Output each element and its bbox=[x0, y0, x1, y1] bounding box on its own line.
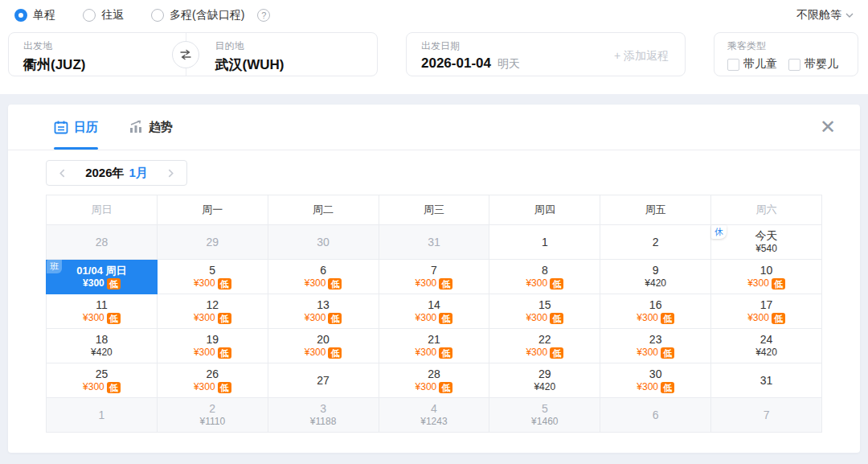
calendar-cell[interactable]: 3¥1188 bbox=[268, 398, 379, 433]
with-infants-checkbox[interactable]: 带婴儿 bbox=[788, 57, 838, 72]
calendar-cell[interactable]: 27 bbox=[268, 363, 379, 398]
cell-day-label: 19 bbox=[158, 333, 268, 347]
cell-day-label: 6 bbox=[268, 264, 379, 277]
calendar-cell[interactable]: 19¥300低 bbox=[157, 329, 268, 363]
cell-day-label: 3 bbox=[268, 402, 379, 416]
flight-day-badge: 班 bbox=[47, 260, 62, 273]
cell-day-label: 28 bbox=[379, 368, 489, 381]
calendar-cell[interactable]: 28 bbox=[47, 225, 158, 260]
tab-trend[interactable]: 趋势 bbox=[129, 105, 173, 150]
weekday-header: 周三 bbox=[379, 195, 489, 225]
cell-price: ¥300低 bbox=[379, 277, 489, 289]
weekday-header: 周二 bbox=[268, 195, 379, 225]
calendar-cell[interactable]: 6¥300低 bbox=[268, 260, 379, 294]
with-children-checkbox[interactable]: 带儿童 bbox=[727, 57, 777, 72]
calendar-cell[interactable]: 24¥420 bbox=[711, 329, 822, 363]
calendar-cell[interactable]: 23¥300低 bbox=[600, 329, 711, 363]
calendar-cell[interactable]: 20¥300低 bbox=[268, 329, 379, 363]
cabin-class-label: 不限舱等 bbox=[796, 8, 841, 23]
low-price-badge: 低 bbox=[550, 278, 563, 289]
calendar-cell-selected[interactable]: 班01/04 周日¥300低 bbox=[47, 260, 158, 294]
calendar-cell[interactable]: 30 bbox=[268, 225, 379, 260]
calendar-cell[interactable]: 16¥300低 bbox=[600, 294, 711, 329]
prev-month-icon[interactable] bbox=[58, 169, 67, 178]
close-icon[interactable]: ✕ bbox=[815, 116, 841, 138]
calendar-cell[interactable]: 7¥300低 bbox=[379, 260, 489, 294]
trip-type-multicity[interactable]: 多程(含缺口程) bbox=[151, 8, 244, 23]
month-label: 2026年1月 bbox=[85, 166, 148, 181]
calendar-cell[interactable]: 11¥300低 bbox=[47, 294, 158, 329]
calendar-cell[interactable]: 4¥1243 bbox=[379, 398, 489, 433]
calendar-cell[interactable]: 7 bbox=[711, 398, 822, 433]
weekday-header: 周四 bbox=[489, 195, 600, 225]
calendar-cell[interactable]: 6 bbox=[600, 398, 711, 433]
calendar-cell[interactable]: 12¥300低 bbox=[157, 294, 268, 329]
low-price-badge: 低 bbox=[218, 313, 231, 324]
calendar-cell[interactable]: 26¥300低 bbox=[157, 363, 268, 398]
calendar-week-row: 班01/04 周日¥300低5¥300低6¥300低7¥300低8¥300低9¥… bbox=[47, 260, 822, 294]
cabin-class-dropdown[interactable]: 不限舱等 bbox=[796, 8, 860, 23]
cell-price: ¥300低 bbox=[600, 347, 710, 359]
calendar-cell[interactable]: 22¥300低 bbox=[489, 329, 600, 363]
calendar-panel: 日历 趋势 ✕ 2026年1月 周日周一周二周三周四周五周六 282930311… bbox=[8, 105, 860, 453]
cell-day-label: 22 bbox=[489, 333, 600, 347]
next-month-icon[interactable] bbox=[166, 169, 175, 178]
low-price-badge: 低 bbox=[107, 278, 121, 289]
cell-day-label: 10 bbox=[711, 264, 821, 277]
tab-calendar[interactable]: 日历 bbox=[54, 105, 98, 150]
calendar-cell[interactable]: 21¥300低 bbox=[379, 329, 489, 363]
calendar-cell[interactable]: 25¥300低 bbox=[47, 363, 158, 398]
calendar-cell[interactable]: 31 bbox=[379, 225, 489, 260]
cell-day-label: 24 bbox=[711, 333, 821, 347]
calendar-cell[interactable]: 2 bbox=[600, 225, 711, 260]
calendar-cell[interactable]: 5¥1460 bbox=[489, 398, 600, 433]
calendar-cell[interactable]: 31 bbox=[711, 363, 822, 398]
calendar-cell[interactable]: 29¥420 bbox=[489, 363, 600, 398]
calendar-cell[interactable]: 5¥300低 bbox=[157, 260, 268, 294]
cell-day-label: 18 bbox=[47, 333, 157, 347]
calendar-cell[interactable]: 28¥300低 bbox=[379, 363, 489, 398]
calendar-cell[interactable]: 9¥420 bbox=[600, 260, 711, 294]
departure-field[interactable]: 出发地 衢州(JUZ) bbox=[9, 33, 186, 76]
cell-day-label: 12 bbox=[158, 298, 268, 312]
low-price-badge: 低 bbox=[550, 347, 563, 359]
calendar-cell[interactable]: 29 bbox=[157, 225, 268, 260]
date-card: 出发日期 2026-01-04明天 + 添加返程 bbox=[406, 32, 686, 76]
radio-icon bbox=[151, 9, 164, 22]
cell-day-label: 29 bbox=[158, 236, 268, 249]
calendar-cell[interactable]: 30¥300低 bbox=[600, 363, 711, 398]
calendar-cell[interactable]: 1 bbox=[47, 398, 158, 433]
help-icon[interactable]: ? bbox=[257, 9, 270, 22]
calendar-cell[interactable]: 13¥300低 bbox=[268, 294, 379, 329]
calendar-cell[interactable]: 17¥300低 bbox=[711, 294, 822, 329]
cell-day-label: 31 bbox=[711, 374, 821, 388]
cell-day-label: 21 bbox=[379, 333, 489, 347]
cell-price: ¥300低 bbox=[268, 277, 379, 289]
cell-price: ¥300低 bbox=[379, 312, 489, 324]
trip-type-roundtrip[interactable]: 往返 bbox=[83, 8, 124, 23]
calendar-cell[interactable]: 8¥300低 bbox=[489, 260, 600, 294]
swap-cities-button[interactable] bbox=[172, 41, 199, 68]
calendar-cell[interactable]: 18¥420 bbox=[47, 329, 158, 363]
weekday-header-row: 周日周一周二周三周四周五周六 bbox=[47, 195, 822, 225]
calendar-cell[interactable]: 1 bbox=[489, 225, 600, 260]
calendar-cell[interactable]: 10¥300低 bbox=[711, 260, 822, 294]
low-price-badge: 低 bbox=[772, 313, 785, 324]
calendar-cell[interactable]: 14¥300低 bbox=[379, 294, 489, 329]
calendar-cell-today[interactable]: 休今天¥540 bbox=[711, 225, 822, 260]
calendar-cell[interactable]: 2¥1110 bbox=[157, 398, 268, 433]
cell-price: ¥540 bbox=[711, 243, 821, 255]
destination-label: 目的地 bbox=[215, 39, 378, 53]
calendar-week-row: 11¥300低12¥300低13¥300低14¥300低15¥300低16¥30… bbox=[47, 294, 822, 329]
calendar-week-row: 25¥300低26¥300低2728¥300低29¥42030¥300低31 bbox=[47, 363, 822, 398]
weekday-header: 周一 bbox=[157, 195, 268, 225]
cell-price: ¥300低 bbox=[489, 312, 600, 324]
weekday-header: 周六 bbox=[711, 195, 822, 225]
cell-day-label: 1 bbox=[489, 236, 600, 249]
departure-date-field[interactable]: 出发日期 2026-01-04明天 bbox=[407, 33, 614, 76]
calendar-cell[interactable]: 15¥300低 bbox=[489, 294, 600, 329]
trip-type-oneway[interactable]: 单程 bbox=[14, 8, 55, 23]
add-return-button[interactable]: + 添加返程 bbox=[614, 49, 669, 76]
cell-price: ¥300低 bbox=[600, 381, 710, 393]
destination-field[interactable]: 目的地 武汉(WUH) bbox=[186, 33, 378, 76]
